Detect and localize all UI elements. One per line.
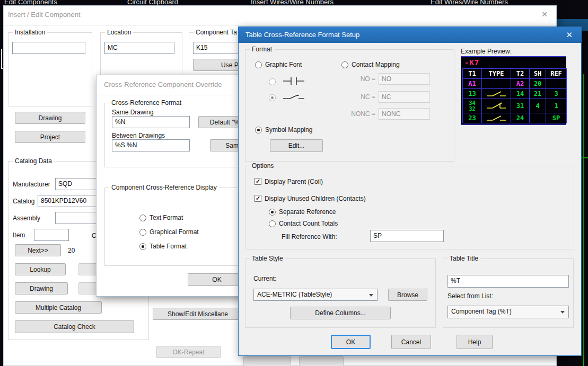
preview-cell: 1	[546, 99, 566, 113]
catalog-label: Catalog	[13, 198, 34, 205]
preview-header-cell: T1	[463, 69, 481, 78]
preview-cell: A1	[463, 79, 481, 88]
dialog-title: Insert / Edit Component	[8, 11, 81, 19]
fill-reference-input[interactable]: SP	[370, 230, 444, 242]
display-unused-checkbox[interactable]: ✓	[254, 195, 261, 202]
help-button[interactable]: Help	[457, 335, 493, 349]
partial-bottom-button[interactable]	[243, 356, 291, 366]
ok-button[interactable]: OK	[188, 273, 246, 286]
nonc-input: NONC	[379, 108, 430, 120]
catalog-check-button[interactable]: Catalog Check	[15, 320, 134, 333]
between-drawings-label: Between Drawings	[112, 132, 165, 139]
manufacturer-label: Manufacturer	[13, 181, 50, 188]
nc-input: NC	[379, 91, 430, 103]
options-group-label: Options	[250, 162, 276, 169]
installation-input[interactable]	[12, 42, 85, 54]
partial-bottom-button[interactable]	[299, 356, 344, 366]
no-input: NO	[379, 73, 430, 85]
table-format-radio[interactable]	[139, 243, 146, 250]
graphical-format-radio[interactable]	[139, 229, 146, 236]
preview-no-contact-icon	[482, 113, 511, 123]
preview-cell: 14	[511, 89, 529, 99]
preview-cell: 3	[546, 89, 566, 99]
drawing-catalog-button[interactable]: Drawing	[15, 282, 68, 294]
catalog-input[interactable]: 8501KPD12V60	[38, 195, 99, 207]
item-input[interactable]	[34, 229, 69, 241]
lookup-button[interactable]: Lookup	[15, 263, 66, 275]
contact-mapping-radio[interactable]	[341, 61, 348, 68]
preview-cell: 4	[530, 99, 546, 113]
no-symbol-radio[interactable]	[269, 78, 276, 85]
format-group-label: Format	[250, 46, 274, 53]
table-style-dropdown[interactable]: ACE-METRIC (TableStyle)	[253, 289, 378, 301]
show-edit-misc-button[interactable]: Show/Edit Miscellane	[153, 308, 243, 320]
preview-cell: 24	[511, 113, 529, 123]
location-input[interactable]: MC	[104, 42, 174, 54]
graphic-font-label: Graphic Font	[265, 61, 302, 68]
define-columns-button[interactable]: Define Columns...	[290, 307, 391, 319]
browse-button[interactable]: Browse	[388, 289, 427, 301]
contact-count-radio[interactable]	[269, 220, 276, 227]
cancel-button[interactable]: Cancel	[391, 335, 431, 349]
preview-cell: 20	[530, 79, 546, 88]
select-from-list-label: Select from List:	[447, 292, 493, 300]
preview-cell: SP	[546, 113, 566, 123]
assembly-label: Assembly	[13, 215, 40, 222]
nc-contact-symbol-icon	[281, 92, 306, 104]
preview-cell: 23	[463, 113, 481, 123]
preview-cell	[546, 79, 566, 88]
preview-header-cell: REF	[546, 69, 566, 78]
preview-component-tag: -K7	[464, 58, 479, 67]
fill-reference-label: Fill Reference With:	[282, 233, 337, 240]
symbol-mapping-radio[interactable]	[255, 127, 262, 133]
select-from-list-dropdown[interactable]: Component Tag (%T)	[447, 306, 569, 318]
ok-button[interactable]: OK	[331, 335, 371, 349]
item-label: Item	[13, 231, 25, 239]
same-drawing-input[interactable]: %N	[112, 116, 190, 128]
preview-cell	[530, 113, 546, 123]
table-title-input[interactable]: %T	[447, 275, 569, 288]
graphic-font-radio[interactable]	[255, 61, 262, 68]
catalog-data-group-label: Catalog Data	[13, 157, 54, 165]
table-title-group-label: Table Title	[447, 255, 480, 262]
dialog-titlebar[interactable]: Table Cross-Reference Format Setup ✕	[239, 27, 581, 43]
drawing-line-fragment	[1, 49, 2, 69]
current-label: Current:	[253, 275, 276, 282]
edit-button[interactable]: Edit...	[270, 139, 323, 152]
example-preview-label: Example Preview:	[461, 48, 512, 55]
dialog-titlebar[interactable]: Insert / Edit Component ✕	[4, 6, 556, 26]
nonc-equals-label: NONC =	[343, 110, 375, 118]
preview-cell: A2	[511, 79, 529, 88]
cross-reference-format-group-label: Cross-Reference Format	[109, 99, 183, 106]
preview-no-contact-icon	[482, 89, 511, 99]
display-parent-checkbox[interactable]: ✓	[254, 178, 261, 185]
multiple-catalog-button[interactable]: Multiple Catalog	[15, 301, 102, 314]
preview-header-cell: T2	[511, 69, 529, 78]
screen: Edit Components Circuit Clipboard Insert…	[0, 0, 588, 366]
display-format-group-label: Component Cross-Reference Display	[109, 184, 219, 191]
next-button[interactable]: Next>>	[15, 244, 61, 256]
component-tag-group-label: Component Ta	[194, 29, 239, 36]
between-drawings-input[interactable]: %S.%N	[112, 139, 190, 151]
dialog-title: Table Cross-Reference Format Setup	[245, 31, 359, 39]
drawing-wire-vertical	[583, 74, 584, 366]
location-group-label: Location	[105, 29, 133, 36]
symbol-mapping-label: Symbol Mapping	[265, 126, 312, 133]
close-icon[interactable]: ✕	[566, 30, 573, 40]
table-cross-reference-setup-dialog: Table Cross-Reference Format Setup ✕ For…	[238, 26, 582, 356]
preview-table: T1 TYPE T2 SH REF A1 A2 20 13 14 21 3 34…	[462, 68, 567, 123]
ok-repeat-button[interactable]: OK-Repeat	[156, 346, 221, 358]
nc-symbol-radio[interactable]	[269, 94, 276, 101]
contact-mapping-label: Contact Mapping	[352, 61, 400, 68]
close-icon[interactable]: ✕	[541, 10, 548, 19]
text-format-radio[interactable]	[139, 215, 146, 221]
drawing-button[interactable]: Drawing	[15, 112, 85, 124]
check-icon: ✓	[256, 195, 260, 201]
project-button[interactable]: Project	[15, 131, 85, 143]
display-parent-label: Display Parent (Coil)	[265, 178, 323, 185]
nc-equals-label: NC =	[343, 93, 375, 101]
separate-reference-radio[interactable]	[269, 209, 276, 216]
preview-cell	[482, 79, 511, 88]
display-unused-label: Display Unused Children (Contacts)	[265, 195, 366, 202]
no-contact-symbol-icon	[281, 76, 306, 88]
